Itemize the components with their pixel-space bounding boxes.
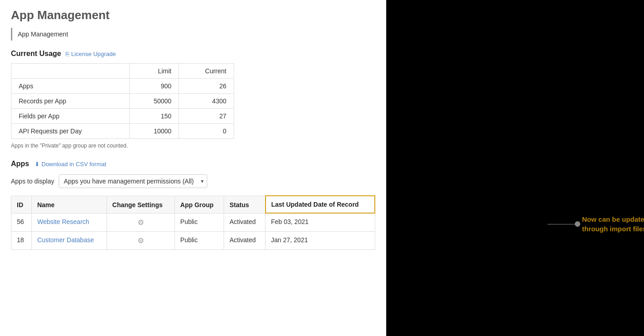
tooltip-dash	[547, 224, 575, 224]
apps-header: Apps ⬇ Download in CSV format	[11, 160, 375, 168]
usage-note: Apps in the "Private" app group are not …	[11, 143, 375, 149]
app-name-link[interactable]: Customer Database	[37, 236, 94, 244]
usage-row-label: Fields per App	[11, 109, 130, 124]
usage-row-current: 27	[179, 109, 234, 124]
app-name-link[interactable]: Website Research	[37, 218, 89, 225]
app-last-updated: Feb 03, 2021	[266, 213, 375, 231]
app-status: Activated	[224, 231, 265, 249]
col-status: Status	[224, 196, 265, 213]
usage-row-label: Apps	[11, 79, 130, 94]
page-title: App Management	[0, 0, 386, 28]
tooltip-container: Now can be updated by adding or updating…	[547, 214, 644, 234]
tooltip-dot	[575, 221, 580, 227]
usage-row: Records per App 50000 4300	[11, 94, 234, 109]
usage-col-current: Current	[179, 64, 234, 79]
breadcrumb: App Management	[11, 28, 375, 41]
usage-col-label	[11, 64, 130, 79]
app-group: Public	[174, 231, 224, 249]
apps-table: ID Name Change Settings App Group Status…	[11, 195, 375, 250]
usage-row-current: 4300	[179, 94, 234, 109]
app-change-settings: ⚙	[107, 213, 174, 231]
app-name: Customer Database	[31, 231, 107, 249]
col-last-updated: Last Updated Date of Record Now can be u…	[266, 196, 375, 213]
app-group: Public	[174, 213, 224, 231]
usage-row: Apps 900 26	[11, 79, 234, 94]
usage-row-limit: 50000	[129, 94, 179, 109]
app-last-updated: Jan 27, 2021	[266, 231, 375, 249]
usage-row-limit: 10000	[129, 124, 179, 139]
filter-row: Apps to display Apps you have management…	[11, 174, 375, 188]
usage-row-current: 0	[179, 124, 234, 139]
apps-display-filter[interactable]: Apps you have management permissions (Al…	[59, 174, 207, 188]
app-status: Activated	[224, 213, 265, 231]
usage-row-limit: 900	[129, 79, 179, 94]
usage-col-limit: Limit	[129, 64, 179, 79]
app-row: 56 Website Research ⚙ Public Activated F…	[11, 213, 375, 231]
gear-icon[interactable]: ⚙	[138, 237, 144, 244]
app-change-settings: ⚙	[107, 231, 174, 249]
main-panel: App Management App Management Current Us…	[0, 0, 386, 336]
app-name: Website Research	[31, 213, 107, 231]
usage-row: API Requests per Day 10000 0	[11, 124, 234, 139]
usage-row-label: API Requests per Day	[11, 124, 130, 139]
app-id: 56	[11, 213, 32, 231]
app-row: 18 Customer Database ⚙ Public Activated …	[11, 231, 375, 249]
gear-icon[interactable]: ⚙	[138, 219, 144, 226]
usage-row-limit: 150	[129, 109, 179, 124]
license-icon: ⎘	[66, 51, 69, 57]
usage-row-label: Records per App	[11, 94, 130, 109]
filter-label: Apps to display	[11, 178, 54, 185]
download-icon: ⬇	[35, 161, 40, 168]
usage-table: Limit Current Apps 900 26 Records per Ap…	[11, 63, 234, 139]
col-change-settings: Change Settings	[107, 196, 174, 213]
current-usage-section: Current Usage ⎘ License Upgrade Limit Cu…	[0, 50, 386, 149]
app-id: 18	[11, 231, 32, 249]
current-usage-title: Current Usage ⎘ License Upgrade	[11, 50, 375, 58]
license-upgrade-link[interactable]: ⎘ License Upgrade	[66, 51, 116, 57]
apps-section-title: Apps	[11, 160, 29, 168]
apps-table-container: ID Name Change Settings App Group Status…	[11, 195, 375, 250]
filter-select-wrapper: Apps you have management permissions (Al…	[59, 174, 207, 188]
usage-row-current: 26	[179, 79, 234, 94]
right-panel	[386, 0, 644, 336]
col-name: Name	[31, 196, 107, 213]
tooltip-text: Now can be updated by adding or updating…	[582, 214, 644, 234]
usage-row: Fields per App 150 27	[11, 109, 234, 124]
col-id: ID	[11, 196, 32, 213]
col-app-group: App Group	[174, 196, 224, 213]
download-csv-link[interactable]: ⬇ Download in CSV format	[35, 161, 106, 168]
apps-section: Apps ⬇ Download in CSV format Apps to di…	[0, 160, 386, 250]
